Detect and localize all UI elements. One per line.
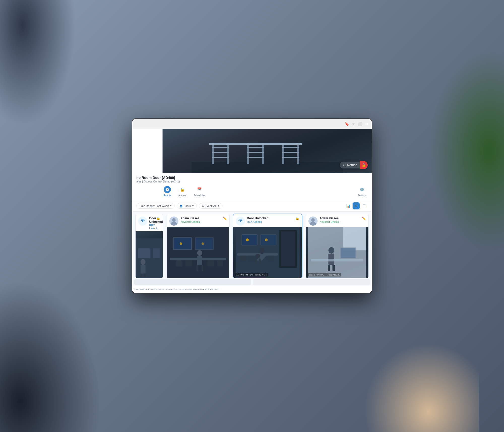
svg-rect-40 [176,260,182,266]
svg-rect-0 [192,162,343,173]
svg-rect-60 [240,256,246,261]
svg-rect-43 [217,260,223,266]
svg-rect-52 [261,235,276,245]
monitor: 🔖 ☆ ⬜ ⋯ [132,119,372,293]
svg-point-17 [142,220,143,222]
svg-point-56 [259,248,265,254]
event-filter[interactable]: ◎ Event: All ▼ [199,203,223,209]
users-label: Users [183,204,191,207]
list-icon: ☰ [363,204,366,208]
svg-rect-74 [311,259,363,261]
back-chevron-icon: ‹ [343,163,344,167]
svg-rect-18 [136,238,163,278]
tab-access[interactable]: 🔒 Access [177,184,187,199]
star-icon[interactable]: ☆ [351,122,356,126]
svg-point-26 [172,218,176,222]
door-name: no Room Door (AD400) [136,176,180,180]
fullscreen-icon[interactable]: ⬜ [358,122,362,126]
svg-rect-58 [255,259,257,264]
tab-settings[interactable]: ⚙️ Settings [357,184,368,199]
svg-rect-37 [197,256,202,265]
svg-rect-23 [140,273,142,277]
event-3-lock-icon: 🔒 [295,217,299,220]
hand-bg-bottom-right [353,331,479,432]
svg-point-21 [141,259,146,265]
svg-rect-19 [138,248,150,258]
app-content: ‹ Override 🔒 no Room Door (AD400) ales |… [132,129,372,293]
svg-rect-39 [201,265,203,271]
time-range-filter[interactable]: Time Range: Last Week ▼ [136,203,175,209]
event-2-camera [167,227,229,278]
tab-events[interactable]: 🕐 Events [163,184,172,199]
bar-chart-view-btn[interactable]: 📊 [344,202,352,209]
browser-chrome: 🔖 ☆ ⬜ ⋯ [132,119,372,129]
tab-access-label: Access [178,194,186,197]
override-back-btn[interactable]: ‹ Override [340,162,360,168]
event-4-edit-icon: ✏️ [362,217,366,220]
event-card-4[interactable]: Adam Kissee Keycard Unlock ✏️ [306,214,369,278]
svg-point-54 [265,238,268,241]
bar-chart-icon: 📊 [346,204,350,208]
svg-rect-10 [247,157,264,158]
svg-rect-72 [328,265,330,271]
menu-icon[interactable]: ⋯ [364,122,369,126]
svg-rect-20 [153,248,160,258]
override-label: Override [345,163,357,167]
tab-schedules[interactable]: 📅 Schedules [193,184,206,199]
event-1-type: REX Unlock [149,224,154,230]
event-filter-chevron-icon: ▼ [217,205,220,207]
url-bar: 328-undefined-1f09b-4244-9333-75cdf15121… [132,286,372,293]
door-subtitle: ales | Access Control Demo (AC41) [136,180,180,183]
event-card-1[interactable]: Door Unlocked REX Unlock 🔒 [135,214,163,278]
event-1-lock-icon: 🔒 [156,217,160,220]
tab-settings-label: Settings [358,194,367,197]
event-3-timestamp: 1:34:00 PM PDT · Today (6.1s) [235,273,268,276]
svg-rect-24 [144,273,146,277]
filter-bar: Time Range: Last Week ▼ 👤 Users ▼ ◎ Even… [132,200,372,212]
override-lock-btn[interactable]: 🔒 [360,161,368,169]
svg-rect-42 [207,260,214,266]
svg-rect-48 [281,231,295,266]
url-text: 328-undefined-1f09b-4244-9333-75cdf15121… [134,288,218,291]
svg-point-36 [197,250,202,256]
event-4-camera: 1:33:13 PM PDT · Today (6.7s) [306,227,368,278]
svg-point-44 [240,220,241,222]
override-button[interactable]: ‹ Override 🔒 [340,161,368,169]
svg-point-70 [328,247,334,254]
event-4-name: Adam Kissee [320,217,360,220]
svg-rect-13 [282,147,299,148]
event-3-type: REX Unlock [247,220,294,223]
grid-view-btn[interactable]: ⊞ [353,202,360,209]
tab-schedules-label: Schedules [194,194,205,197]
event-card-3[interactable]: Door Unlocked REX Unlock 🔒 [233,214,302,278]
nav-tab-row: 🕐 Events 🔒 Access 📅 Schedules ⚙️ Setting… [132,183,372,200]
svg-rect-76 [341,248,356,258]
lock-icon: 🔒 [362,163,366,167]
svg-rect-3 [212,147,229,148]
svg-rect-4 [212,152,229,153]
svg-point-34 [201,242,204,245]
list-view-btn[interactable]: ☰ [361,202,368,209]
svg-point-33 [180,242,182,245]
view-toggle: 📊 ⊞ ☰ [344,202,368,209]
event-card-2[interactable]: Adam Kissee Keycard Unlock ✏️ [167,214,230,278]
tab-events-label: Events [164,194,171,197]
event-3-camera: 1:34:00 PM PDT · Today (6.1s) [233,227,302,278]
svg-rect-38 [197,265,198,271]
event-1-name: Door Unlocked [149,217,154,224]
svg-rect-16 [209,143,302,145]
svg-rect-51 [242,235,257,245]
grid-icon: ⊞ [355,204,358,208]
svg-point-53 [246,238,249,241]
event-2-avatar [169,217,178,226]
bookmark-icon[interactable]: 🔖 [344,122,349,126]
svg-rect-62 [268,256,274,261]
svg-rect-59 [259,259,261,264]
svg-rect-41 [185,260,192,266]
svg-rect-5 [212,157,229,158]
svg-rect-9 [247,152,264,153]
event-1-camera [136,231,163,278]
users-filter[interactable]: 👤 Users ▼ [177,203,197,209]
plant-bg-right [428,50,504,252]
svg-rect-22 [141,265,146,273]
